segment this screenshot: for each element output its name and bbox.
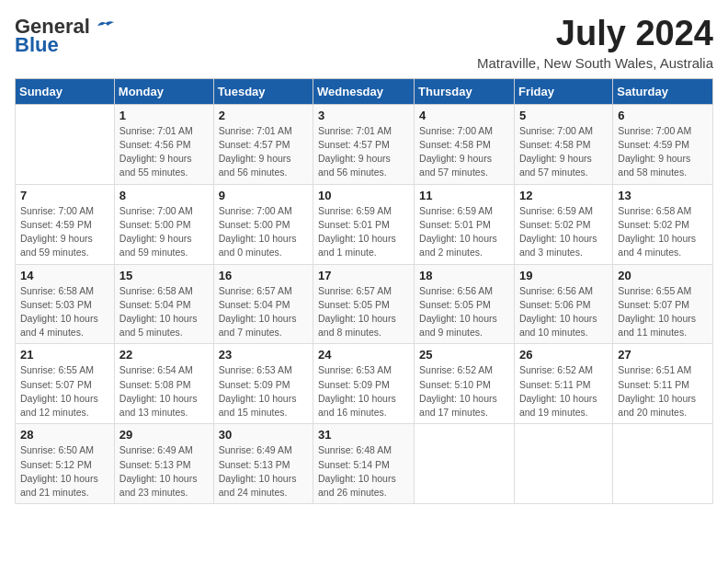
day-header: Thursday: [415, 78, 515, 104]
logo-bird-icon: [96, 18, 116, 33]
day-number: 12: [519, 189, 608, 202]
calendar-cell: 16Sunrise: 6:57 AMSunset: 5:04 PMDayligh…: [213, 264, 313, 344]
calendar-cell: 25Sunrise: 6:52 AMSunset: 5:10 PMDayligh…: [415, 344, 515, 424]
day-number: 19: [519, 269, 608, 282]
day-number: 26: [519, 348, 608, 362]
day-number: 2: [219, 109, 308, 122]
day-number: 28: [20, 428, 109, 442]
day-info: Sunrise: 6:49 AMSunset: 5:13 PMDaylight:…: [119, 443, 209, 500]
day-header: Tuesday: [213, 78, 313, 104]
logo-blue-text: Blue: [15, 33, 59, 57]
calendar-cell: 19Sunrise: 6:56 AMSunset: 5:06 PMDayligh…: [514, 264, 612, 344]
calendar-cell: 12Sunrise: 6:59 AMSunset: 5:02 PMDayligh…: [514, 184, 612, 264]
day-number: 22: [119, 348, 209, 362]
calendar-cell: 11Sunrise: 6:59 AMSunset: 5:01 PMDayligh…: [415, 184, 515, 264]
title-block: July 2024 Matraville, New South Wales, A…: [477, 15, 713, 71]
day-header: Friday: [514, 78, 612, 104]
day-info: Sunrise: 6:54 AMSunset: 5:08 PMDaylight:…: [119, 363, 209, 419]
day-info: Sunrise: 6:59 AMSunset: 5:01 PMDaylight:…: [318, 204, 409, 260]
day-info: Sunrise: 6:53 AMSunset: 5:09 PMDaylight:…: [219, 363, 308, 419]
calendar-cell: 27Sunrise: 6:51 AMSunset: 5:11 PMDayligh…: [613, 344, 713, 424]
calendar-cell: 10Sunrise: 6:59 AMSunset: 5:01 PMDayligh…: [313, 184, 415, 264]
day-number: 14: [20, 269, 109, 282]
day-number: 23: [219, 348, 308, 362]
day-number: 25: [419, 348, 509, 362]
day-info: Sunrise: 6:52 AMSunset: 5:10 PMDaylight:…: [419, 363, 509, 419]
day-header: Saturday: [613, 78, 713, 104]
calendar-cell: [514, 424, 612, 504]
day-info: Sunrise: 6:52 AMSunset: 5:11 PMDaylight:…: [519, 363, 608, 419]
day-info: Sunrise: 7:01 AMSunset: 4:57 PMDaylight:…: [219, 124, 308, 180]
day-info: Sunrise: 6:48 AMSunset: 5:14 PMDaylight:…: [318, 443, 409, 500]
day-info: Sunrise: 6:55 AMSunset: 5:07 PMDaylight:…: [618, 284, 708, 340]
calendar-cell: 3Sunrise: 7:01 AMSunset: 4:57 PMDaylight…: [313, 104, 415, 184]
calendar-week-row: 28Sunrise: 6:50 AMSunset: 5:12 PMDayligh…: [16, 424, 713, 504]
page-header: General Blue July 2024 Matraville, New S…: [15, 15, 713, 71]
calendar-week-row: 7Sunrise: 7:00 AMSunset: 4:59 PMDaylight…: [16, 184, 713, 264]
day-number: 13: [618, 189, 708, 202]
day-number: 7: [20, 189, 109, 202]
day-info: Sunrise: 6:58 AMSunset: 5:03 PMDaylight:…: [20, 284, 109, 340]
day-number: 18: [419, 269, 509, 282]
day-number: 1: [119, 109, 209, 122]
calendar-week-row: 21Sunrise: 6:55 AMSunset: 5:07 PMDayligh…: [16, 344, 713, 424]
day-number: 5: [519, 109, 608, 122]
day-number: 10: [318, 189, 409, 202]
day-info: Sunrise: 6:58 AMSunset: 5:04 PMDaylight:…: [119, 284, 209, 340]
day-info: Sunrise: 7:00 AMSunset: 5:00 PMDaylight:…: [119, 204, 209, 260]
day-info: Sunrise: 6:53 AMSunset: 5:09 PMDaylight:…: [318, 363, 409, 419]
calendar-week-row: 14Sunrise: 6:58 AMSunset: 5:03 PMDayligh…: [16, 264, 713, 344]
calendar-cell: 21Sunrise: 6:55 AMSunset: 5:07 PMDayligh…: [16, 344, 115, 424]
calendar-cell: 18Sunrise: 6:56 AMSunset: 5:05 PMDayligh…: [415, 264, 515, 344]
calendar-cell: 2Sunrise: 7:01 AMSunset: 4:57 PMDaylight…: [213, 104, 313, 184]
day-info: Sunrise: 7:00 AMSunset: 4:58 PMDaylight:…: [419, 124, 509, 180]
day-header: Monday: [114, 78, 213, 104]
calendar-cell: 17Sunrise: 6:57 AMSunset: 5:05 PMDayligh…: [313, 264, 415, 344]
day-number: 9: [219, 189, 308, 202]
calendar-cell: 8Sunrise: 7:00 AMSunset: 5:00 PMDaylight…: [114, 184, 213, 264]
day-number: 27: [618, 348, 708, 362]
day-number: 11: [419, 189, 509, 202]
day-info: Sunrise: 7:00 AMSunset: 4:59 PMDaylight:…: [20, 204, 109, 260]
calendar-table: SundayMondayTuesdayWednesdayThursdayFrid…: [15, 78, 713, 504]
calendar-cell: 9Sunrise: 7:00 AMSunset: 5:00 PMDaylight…: [213, 184, 313, 264]
day-number: 16: [219, 269, 308, 282]
day-number: 31: [318, 428, 409, 442]
day-number: 29: [119, 428, 209, 442]
calendar-cell: [16, 104, 115, 184]
day-info: Sunrise: 7:00 AMSunset: 5:00 PMDaylight:…: [219, 204, 308, 260]
calendar-cell: 15Sunrise: 6:58 AMSunset: 5:04 PMDayligh…: [114, 264, 213, 344]
calendar-cell: 30Sunrise: 6:49 AMSunset: 5:13 PMDayligh…: [213, 424, 313, 504]
day-number: 24: [318, 348, 409, 362]
calendar-cell: [415, 424, 515, 504]
calendar-header-row: SundayMondayTuesdayWednesdayThursdayFrid…: [16, 78, 713, 104]
calendar-cell: 29Sunrise: 6:49 AMSunset: 5:13 PMDayligh…: [114, 424, 213, 504]
calendar-cell: 4Sunrise: 7:00 AMSunset: 4:58 PMDaylight…: [415, 104, 515, 184]
day-header: Wednesday: [313, 78, 415, 104]
day-number: 21: [20, 348, 109, 362]
calendar-cell: 14Sunrise: 6:58 AMSunset: 5:03 PMDayligh…: [16, 264, 115, 344]
calendar-cell: [613, 424, 713, 504]
day-info: Sunrise: 7:00 AMSunset: 4:58 PMDaylight:…: [519, 124, 608, 180]
calendar-cell: 6Sunrise: 7:00 AMSunset: 4:59 PMDaylight…: [613, 104, 713, 184]
logo: General Blue: [15, 15, 116, 57]
day-header: Sunday: [16, 78, 115, 104]
calendar-week-row: 1Sunrise: 7:01 AMSunset: 4:56 PMDaylight…: [16, 104, 713, 184]
day-info: Sunrise: 6:57 AMSunset: 5:04 PMDaylight:…: [219, 284, 308, 340]
day-info: Sunrise: 7:01 AMSunset: 4:56 PMDaylight:…: [119, 124, 209, 180]
day-info: Sunrise: 6:50 AMSunset: 5:12 PMDaylight:…: [20, 443, 109, 500]
day-info: Sunrise: 6:51 AMSunset: 5:11 PMDaylight:…: [618, 363, 708, 419]
day-info: Sunrise: 6:59 AMSunset: 5:02 PMDaylight:…: [519, 204, 608, 260]
day-info: Sunrise: 7:01 AMSunset: 4:57 PMDaylight:…: [318, 124, 409, 180]
location: Matraville, New South Wales, Australia: [477, 55, 713, 71]
calendar-cell: 7Sunrise: 7:00 AMSunset: 4:59 PMDaylight…: [16, 184, 115, 264]
day-number: 17: [318, 269, 409, 282]
calendar-cell: 23Sunrise: 6:53 AMSunset: 5:09 PMDayligh…: [213, 344, 313, 424]
calendar-cell: 20Sunrise: 6:55 AMSunset: 5:07 PMDayligh…: [613, 264, 713, 344]
day-number: 8: [119, 189, 209, 202]
day-info: Sunrise: 6:49 AMSunset: 5:13 PMDaylight:…: [219, 443, 308, 500]
calendar-cell: 31Sunrise: 6:48 AMSunset: 5:14 PMDayligh…: [313, 424, 415, 504]
calendar-cell: 26Sunrise: 6:52 AMSunset: 5:11 PMDayligh…: [514, 344, 612, 424]
day-info: Sunrise: 6:56 AMSunset: 5:06 PMDaylight:…: [519, 284, 608, 340]
day-number: 4: [419, 109, 509, 122]
